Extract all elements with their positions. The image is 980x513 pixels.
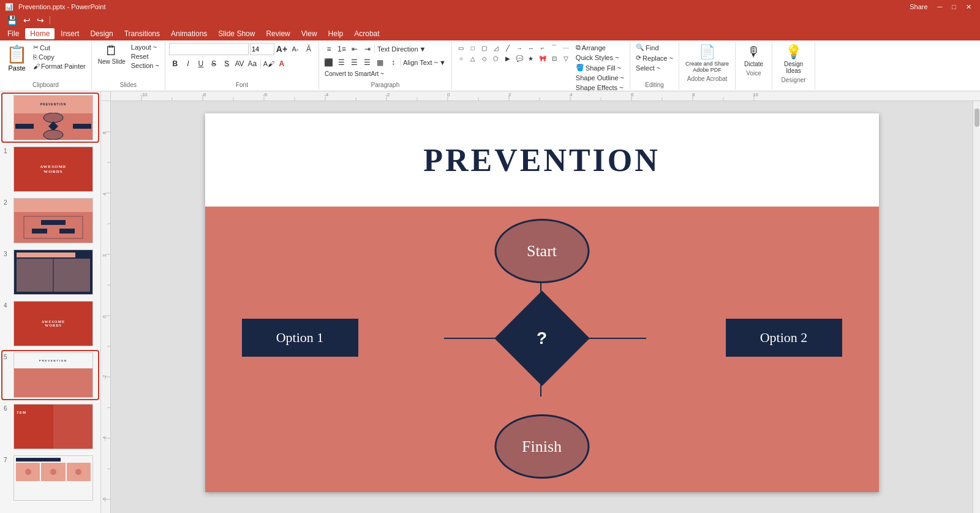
- shape-flowchart[interactable]: ⊡: [549, 53, 560, 63]
- increase-font-button[interactable]: A+: [276, 43, 288, 55]
- shape-oval[interactable]: ○: [456, 53, 467, 63]
- shape-pentagon[interactable]: ⬠: [491, 53, 502, 63]
- find-button[interactable]: 🔍 Find: [634, 43, 675, 52]
- arrange-button[interactable]: ⧉ Arrange: [574, 43, 626, 52]
- italic-button[interactable]: I: [182, 58, 194, 70]
- dictate-button[interactable]: 🎙 Dictate: [742, 43, 766, 69]
- format-painter-button[interactable]: 🖌 Format Painter: [31, 62, 88, 70]
- change-case-button[interactable]: Aa: [246, 58, 258, 70]
- shape-triangle[interactable]: △: [467, 53, 478, 63]
- design-ideas-button[interactable]: 💡 DesignIdeas: [782, 43, 805, 75]
- quick-styles-button[interactable]: Quick Styles ~: [574, 53, 626, 62]
- decrease-font-button[interactable]: A-: [289, 43, 301, 55]
- font-spacing-button[interactable]: AV: [233, 58, 246, 70]
- align-center-button[interactable]: ☰: [336, 56, 348, 69]
- adobe-label[interactable]: Adobe Acrobat: [687, 75, 728, 82]
- reset-button[interactable]: Reset: [129, 52, 161, 61]
- shape-rect2[interactable]: □: [467, 43, 478, 53]
- minimize-button[interactable]: ─: [934, 3, 946, 11]
- cut-button[interactable]: ✂ Cut: [31, 43, 88, 52]
- select-button[interactable]: Select ~: [634, 64, 675, 72]
- menu-slideshow[interactable]: Slide Show: [213, 28, 260, 39]
- menu-animations[interactable]: Animations: [166, 28, 212, 39]
- layout-button[interactable]: Layout ~: [129, 43, 161, 51]
- shape-more2[interactable]: ▽: [560, 53, 571, 63]
- redo-button[interactable]: ↪: [35, 15, 46, 25]
- designer-label[interactable]: Designer: [782, 77, 806, 83]
- shape-star[interactable]: ★: [526, 53, 537, 63]
- text-direction-button[interactable]: Text Direction▼: [375, 45, 428, 53]
- share-button[interactable]: Share: [906, 3, 931, 11]
- slide-thumb-6[interactable]: 6 7.6 M: [2, 403, 98, 450]
- undo-button[interactable]: ↩: [21, 15, 32, 25]
- shape-double-arrow[interactable]: ↔: [526, 43, 537, 53]
- shape-rect[interactable]: ▭: [456, 43, 467, 53]
- copy-button[interactable]: ⎘ Copy: [31, 53, 88, 61]
- shape-line[interactable]: ╱: [502, 43, 513, 53]
- clipboard-label[interactable]: Clipboard: [32, 82, 59, 88]
- columns-button[interactable]: ▦: [374, 56, 386, 69]
- shape-snip[interactable]: ◿: [491, 43, 502, 53]
- option1-shape[interactable]: Option 1: [242, 319, 358, 357]
- menu-view[interactable]: View: [296, 28, 322, 39]
- slide-thumb-4[interactable]: 4 AWESOME WORDS: [2, 300, 98, 348]
- menu-acrobat[interactable]: Acrobat: [349, 28, 384, 39]
- shape-rounded[interactable]: ▢: [479, 43, 490, 53]
- shape-callout[interactable]: 💬: [514, 53, 525, 63]
- convert-smartart-button[interactable]: Convert to SmartArt ~: [323, 70, 386, 78]
- maximize-button[interactable]: □: [948, 3, 960, 11]
- slides-label[interactable]: Slides: [120, 82, 137, 88]
- align-text-button[interactable]: Align Text ~▼: [401, 58, 448, 67]
- shape-effects-button[interactable]: Shape Effects ~: [574, 83, 626, 92]
- slide-thumb-2[interactable]: 2: [2, 197, 98, 245]
- shape-arrow-right[interactable]: ▶: [502, 53, 513, 63]
- menu-review[interactable]: Review: [261, 28, 295, 39]
- font-size-input[interactable]: [250, 43, 274, 55]
- replace-button[interactable]: ⟳ Replace ~: [634, 53, 675, 63]
- shape-fill-button[interactable]: 🪣 Shape Fill ~: [574, 63, 626, 72]
- paste-button[interactable]: 📋 Paste: [4, 43, 30, 73]
- highlight-button[interactable]: A🖌: [263, 58, 275, 70]
- bullets-button[interactable]: ≡: [323, 43, 335, 55]
- paragraph-label[interactable]: Paragraph: [371, 82, 400, 88]
- font-family-input[interactable]: [169, 43, 249, 55]
- justify-button[interactable]: ☰: [361, 56, 374, 69]
- option2-shape[interactable]: Option 2: [726, 319, 842, 357]
- slide-thumb-current[interactable]: PREVENTION: [2, 94, 98, 142]
- start-shape[interactable]: Start: [494, 219, 589, 283]
- shadow-button[interactable]: S: [221, 58, 233, 70]
- align-left-button[interactable]: ⬛: [323, 56, 335, 69]
- shape-elbow[interactable]: ⌐: [537, 43, 548, 53]
- voice-label[interactable]: Voice: [746, 70, 761, 77]
- font-label[interactable]: Font: [236, 82, 248, 88]
- slide-thumb-5[interactable]: 5 PREVENTION: [2, 351, 98, 399]
- slide-container[interactable]: PREVENTION: [111, 101, 973, 513]
- editing-label[interactable]: Editing: [645, 82, 664, 88]
- strikethrough-button[interactable]: S: [208, 58, 220, 70]
- menu-file[interactable]: File: [2, 28, 24, 39]
- align-right-button[interactable]: ☰: [349, 56, 361, 69]
- create-adobe-button[interactable]: 📄 Create and ShareAdobe PDF: [683, 43, 731, 74]
- clear-format-button[interactable]: Ā: [303, 43, 315, 55]
- indent-dec-button[interactable]: ⇤: [349, 43, 361, 55]
- vertical-scrollbar[interactable]: [973, 101, 980, 513]
- numbering-button[interactable]: 1≡: [336, 43, 348, 55]
- line-spacing-button[interactable]: ↕: [387, 56, 399, 69]
- new-slide-button[interactable]: 🗒 New Slide: [96, 43, 128, 66]
- menu-insert[interactable]: Insert: [56, 28, 84, 39]
- menu-home[interactable]: Home: [25, 28, 55, 39]
- slide-thumb-3[interactable]: 3: [2, 248, 98, 296]
- bold-button[interactable]: B: [169, 58, 181, 70]
- save-button[interactable]: 💾: [5, 15, 19, 25]
- slide-thumb-1[interactable]: 1 AWESOME WORDS: [2, 145, 98, 193]
- shape-arrow[interactable]: →: [514, 43, 525, 53]
- indent-inc-button[interactable]: ⇥: [361, 43, 374, 55]
- shape-diamond[interactable]: ◇: [479, 53, 490, 63]
- shape-more[interactable]: ⋯: [560, 43, 571, 53]
- underline-button[interactable]: U: [195, 58, 207, 70]
- shape-curved[interactable]: ⌒: [549, 43, 560, 53]
- font-color-button[interactable]: A: [276, 58, 288, 70]
- menu-help[interactable]: Help: [323, 28, 349, 39]
- finish-shape[interactable]: Finish: [494, 414, 589, 479]
- slide-thumb-7[interactable]: 7: [2, 454, 98, 502]
